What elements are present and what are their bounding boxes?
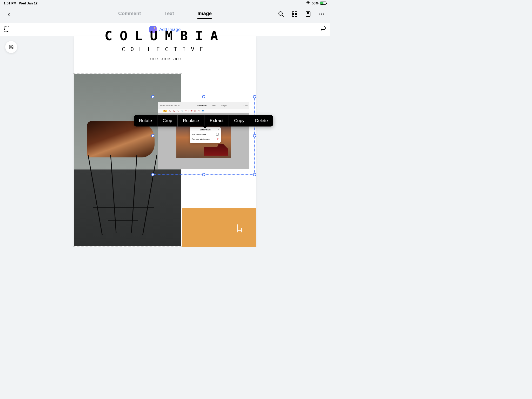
svg-rect-3 [295, 12, 297, 14]
selected-image[interactable]: 11:55 AM Wed Jan 12 Comment Text Image 1… [153, 97, 255, 175]
image-context-menu: Rotate Crop Replace Extract Copy Delete [134, 115, 273, 127]
ctx-extract[interactable]: Extract [204, 115, 229, 127]
chair-outline-icon [236, 224, 243, 232]
battery-icon: ⚡ [320, 2, 326, 5]
ctx-rotate[interactable]: Rotate [134, 115, 157, 127]
orange-decorative-block [182, 208, 256, 247]
ctx-crop[interactable]: Crop [157, 115, 178, 127]
status-date: Wed Jan 12 [19, 1, 37, 5]
ctx-delete[interactable]: Delete [250, 115, 273, 127]
tab-image[interactable]: Image [197, 11, 212, 19]
doc-title-2: COLLECTIVE [74, 46, 256, 52]
status-time: 1:51 PM [4, 1, 16, 5]
status-bar: 1:51 PM Wed Jan 12 55% ⚡ [0, 0, 330, 6]
svg-rect-2 [292, 12, 294, 14]
ctx-copy[interactable]: Copy [229, 115, 250, 127]
battery-percent: 55% [312, 1, 318, 5]
svg-rect-5 [295, 15, 297, 16]
undo-button[interactable] [320, 26, 326, 33]
resize-handle-e[interactable] [253, 134, 256, 137]
resize-handle-s[interactable] [202, 173, 205, 176]
resize-handle-sw[interactable] [151, 173, 154, 176]
search-icon[interactable] [278, 11, 284, 18]
doc-title-1: COLUMBIA [74, 33, 256, 39]
resize-handle-nw[interactable] [151, 95, 154, 98]
resize-handle-ne[interactable] [253, 95, 256, 98]
back-button[interactable] [5, 11, 13, 18]
top-nav: Comment Text Image [0, 6, 330, 23]
tab-comment[interactable]: Comment [118, 11, 141, 19]
ctx-arrow-icon [203, 126, 207, 129]
svg-point-9 [323, 14, 324, 15]
marquee-select-icon[interactable] [4, 26, 10, 33]
selection-border [153, 97, 255, 175]
document-area: COLUMBIA COLLECTIVE LOOKBOOK 2021 11:55 … [0, 36, 330, 247]
svg-rect-4 [292, 15, 294, 16]
resize-handle-n[interactable] [202, 95, 205, 98]
svg-line-1 [282, 15, 283, 16]
svg-rect-6 [306, 12, 310, 16]
doc-subtitle: LOOKBOOK 2021 [74, 57, 256, 61]
svg-point-8 [321, 14, 322, 15]
grid-icon[interactable] [291, 11, 298, 18]
more-icon[interactable] [318, 11, 325, 18]
tab-text[interactable]: Text [164, 11, 174, 19]
bookmark-panel-icon[interactable] [305, 11, 311, 18]
svg-rect-10 [4, 27, 9, 31]
resize-handle-se[interactable] [253, 173, 256, 176]
wifi-icon [306, 1, 310, 5]
svg-point-7 [319, 14, 320, 15]
ctx-replace[interactable]: Replace [178, 115, 204, 127]
resize-handle-w[interactable] [151, 134, 154, 137]
